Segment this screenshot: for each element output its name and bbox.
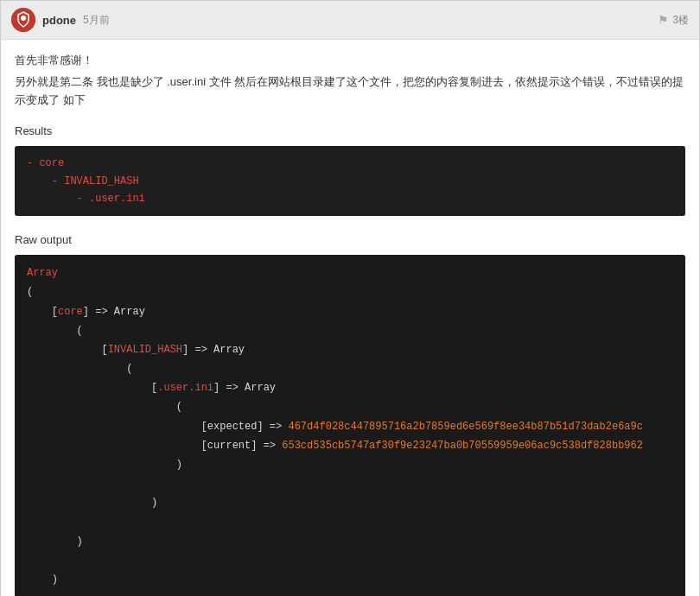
raw-line-expected: [expected] => 467d4f028c447895716a2b7859… [27, 417, 673, 436]
raw-output-label: Raw output [15, 231, 685, 250]
post-header-left: pdone 5月前 [11, 8, 110, 32]
raw-output-block: Array ( [core] => Array ( [INVALID_HASH]… [15, 255, 685, 596]
svg-point-1 [21, 16, 26, 21]
raw-line-close1: ) [27, 570, 673, 589]
raw-line-close4: ) [27, 455, 673, 474]
flag-icon[interactable]: ⚑ [658, 13, 669, 27]
post-text-line1: 首先非常感谢！ [15, 52, 685, 70]
raw-output-section: Raw output Array ( [core] => Array ( [IN… [15, 231, 685, 596]
results-line-1: - core [27, 155, 673, 172]
raw-line-blank1 [27, 474, 673, 493]
post-body: 首先非常感谢！ 另外就是第二条 我也是缺少了 .user.ini 文件 然后在网… [1, 40, 699, 596]
raw-line-current: [current] => 653cd535cb5747af30f9e23247b… [27, 436, 673, 455]
raw-line-array: Array [27, 263, 673, 282]
raw-line-open3: ( [27, 359, 673, 378]
post-header: pdone 5月前 ⚑ 3楼 [1, 1, 699, 40]
results-label: Results [15, 123, 685, 141]
results-code-block: - core - INVALID_HASH - .user.ini [15, 146, 685, 216]
raw-line-userini: [.user.ini] => Array [27, 378, 673, 397]
results-line-2: - INVALID_HASH [27, 173, 673, 190]
raw-line-blank2 [27, 513, 673, 532]
raw-line-open4: ( [27, 397, 673, 416]
raw-line-close2: ) [27, 532, 673, 551]
raw-line-core: [core] => Array [27, 302, 673, 321]
username: pdone [42, 14, 76, 27]
raw-line-open1: ( [27, 282, 673, 301]
raw-line-open2: ( [27, 321, 673, 340]
raw-output-wrapper: Array ( [core] => Array ( [INVALID_HASH]… [15, 255, 685, 596]
post-text-line2: 另外就是第二条 我也是缺少了 .user.ini 文件 然后在网站根目录建了这个… [15, 73, 685, 110]
post-header-right: ⚑ 3楼 [658, 13, 689, 28]
post-container: pdone 5月前 ⚑ 3楼 首先非常感谢！ 另外就是第二条 我也是缺少了 .u… [0, 0, 700, 596]
raw-line-blank3 [27, 551, 673, 570]
raw-line-close3: ) [27, 493, 673, 512]
avatar [11, 8, 35, 32]
results-line-3: - .user.ini [27, 190, 673, 207]
raw-line-invalid: [INVALID_HASH] => Array [27, 340, 673, 359]
timestamp: 5月前 [83, 13, 110, 28]
vote-count: 3楼 [672, 13, 689, 28]
